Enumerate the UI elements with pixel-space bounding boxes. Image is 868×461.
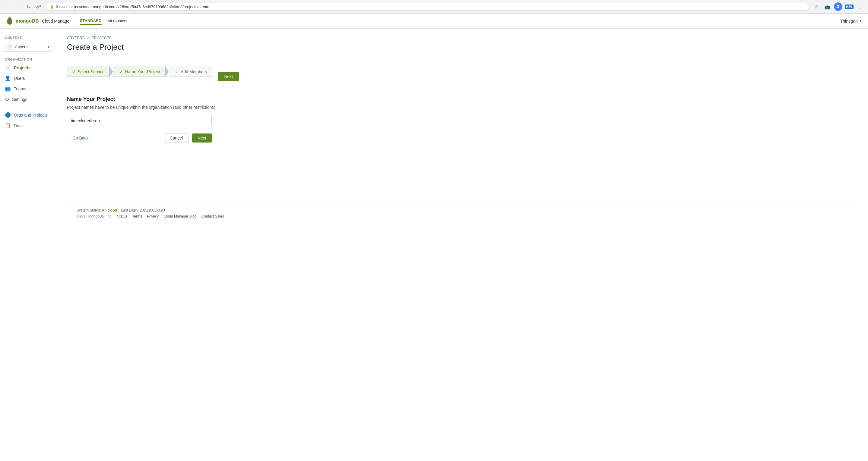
sidebar-item-projects[interactable]: 📄 Projects [0, 62, 57, 73]
sidebar-item-teams[interactable]: 👥 Teams [0, 84, 57, 94]
sidebar-docs-label: Docs [14, 123, 24, 128]
logo-text: mongoDB Cloud Manager [16, 19, 71, 24]
teams-icon: 👥 [5, 86, 11, 92]
action-row: ← Go Back Cancel Next [67, 133, 212, 143]
next-button[interactable]: Next [192, 133, 212, 142]
sidebar-item-settings[interactable]: ⚙ Settings [0, 94, 57, 104]
main-layout: CONTEXT 📄 Crytera ▼ ORGANIZATION 📄 Proje… [0, 29, 868, 459]
profile-avatar: G [834, 2, 842, 11]
sidebar-item-docs[interactable]: 📋 Docs [0, 120, 57, 131]
chevron-down-icon: ▼ [859, 19, 862, 23]
sidebar: CONTEXT 📄 Crytera ▼ ORGANIZATION 📄 Proje… [0, 29, 57, 459]
org-section-label: ORGANIZATION [0, 55, 57, 62]
content-area: CRYTERA > PROJECTS Create a Project ✓ Se… [57, 29, 868, 459]
go-back-link[interactable]: ← Go Back [67, 136, 89, 140]
bookmark-button[interactable]: ☆ [812, 2, 820, 11]
breadcrumb-projects: PROJECTS [91, 36, 111, 40]
user-menu[interactable]: Thinegan ▼ [840, 19, 862, 24]
context-label: CONTEXT [0, 33, 57, 41]
last-login-label: Last Login: [121, 208, 139, 212]
wizard-step-add-members[interactable]: ✓ Add Members [169, 67, 212, 77]
cancel-button[interactable]: Cancel [164, 133, 189, 143]
home-button[interactable]: ☍ [34, 2, 43, 11]
breadcrumb-org[interactable]: CRYTERA [67, 36, 85, 40]
wizard-step-name-project[interactable]: ✓ Name Your Project [113, 67, 165, 77]
app-name: Cloud Manager [42, 19, 71, 24]
form-section: Name Your Project Project names have to … [67, 96, 858, 143]
wizard-row: ✓ Select Service ✓ Name Your Project ✓ A… [67, 67, 858, 87]
top-nav-right: Thinegan ▼ [840, 19, 862, 24]
sidebar-orgs-label: Orgs and Projects [14, 113, 48, 118]
nav-all-clusters[interactable]: All Clusters [108, 18, 128, 24]
context-caret-icon: ▼ [47, 45, 50, 48]
logo: mongoDB Cloud Manager [6, 17, 71, 26]
url-text: https://cloud.mongodb.com/v2#/org/5a47a6… [69, 4, 805, 9]
status-value: All Good [102, 208, 117, 212]
step2-arrow-icon [165, 66, 168, 78]
step3-label: Add Members [181, 69, 207, 74]
mongodb-logo-icon [6, 17, 13, 26]
top-nav: mongoDB Cloud Manager STANDARD All Clust… [0, 13, 868, 29]
footer: System Status: All Good Last Login: 202.… [67, 203, 858, 223]
footer-link-blog[interactable]: Cloud Manager Blog [163, 214, 196, 219]
title-divider [67, 59, 858, 59]
docs-icon: 📋 [5, 123, 11, 128]
form-title: Name Your Project [67, 96, 858, 102]
footer-status: System Status: All Good Last Login: 202.… [76, 208, 849, 212]
footer-links: ©2017 MongoDB, Inc. Status Terms Privacy… [76, 214, 849, 219]
users-icon: 👤 [5, 75, 11, 81]
browser-nav-buttons: ← → ↻ ☍ [4, 2, 43, 11]
context-name: Crytera [15, 44, 44, 49]
step1-arrow-icon [109, 66, 113, 78]
breadcrumb-separator: > [87, 36, 89, 40]
step1-check-icon: ✓ [72, 69, 76, 74]
wizard-steps: ✓ Select Service ✓ Name Your Project ✓ A… [67, 67, 212, 77]
context-icon: 📄 [7, 44, 12, 50]
footer-copy: ©2017 MongoDB, Inc. [76, 214, 112, 219]
cast-button[interactable]: 📺 [823, 2, 832, 11]
form-description: Project names have to be unique within t… [67, 105, 858, 110]
extension-badge: 0.80 [845, 4, 854, 9]
forward-button[interactable]: → [14, 2, 22, 11]
menu-button[interactable]: ⋮ [856, 2, 864, 11]
footer-link-privacy[interactable]: Privacy [147, 214, 159, 219]
step3-dot-icon: ✓ [175, 69, 179, 74]
project-name-input[interactable] [67, 116, 212, 126]
sidebar-divider [0, 107, 57, 107]
nav-standard[interactable]: STANDARD [80, 17, 102, 25]
settings-icon: ⚙ [5, 96, 9, 102]
step2-check-icon: ✓ [119, 69, 123, 74]
footer-link-terms[interactable]: Terms [132, 214, 142, 219]
projects-icon: 📄 [5, 65, 11, 70]
sidebar-item-users[interactable]: 👤 Users [0, 73, 57, 84]
refresh-button[interactable]: ↻ [24, 2, 33, 11]
footer-link-contact[interactable]: Contact Sales [202, 214, 224, 219]
sidebar-users-label: Users [14, 76, 25, 81]
browser-chrome: ← → ↻ ☍ 🔒 Secure https://cloud.mongodb.c… [0, 0, 868, 13]
sidebar-settings-label: Settings [12, 97, 27, 102]
footer-link-status[interactable]: Status [117, 214, 127, 219]
address-bar[interactable]: 🔒 Secure https://cloud.mongodb.com/v2#/o… [46, 3, 809, 10]
sidebar-projects-label: Projects [14, 65, 30, 70]
app: mongoDB Cloud Manager STANDARD All Clust… [0, 13, 868, 459]
logo-mongo: mongo [16, 19, 32, 24]
logo-db: DB [32, 19, 39, 24]
content-spacer [67, 143, 858, 203]
status-label: System Status: [76, 208, 101, 212]
step1-label: Select Service [78, 69, 104, 74]
last-login-ip: 202.190.150.93 [140, 208, 165, 212]
orgs-icon: 🔵 [5, 112, 11, 118]
context-selector[interactable]: 📄 Crytera ▼ [4, 42, 53, 52]
lock-icon: 🔒 [50, 4, 54, 9]
wizard-next-button[interactable]: Next [218, 72, 239, 81]
profile-button[interactable]: G [834, 2, 842, 11]
breadcrumb: CRYTERA > PROJECTS [67, 36, 858, 40]
secure-label: Secure [56, 4, 67, 9]
page-title: Create a Project [67, 42, 858, 52]
sidebar-item-orgs[interactable]: 🔵 Orgs and Projects [0, 110, 57, 120]
browser-actions: ☆ 📺 G 0.80 ⋮ [812, 2, 864, 11]
step2-label: Name Your Project [125, 69, 160, 74]
user-name: Thinegan [840, 19, 858, 24]
back-button[interactable]: ← [4, 2, 12, 11]
wizard-step-select-service[interactable]: ✓ Select Service [67, 67, 110, 77]
